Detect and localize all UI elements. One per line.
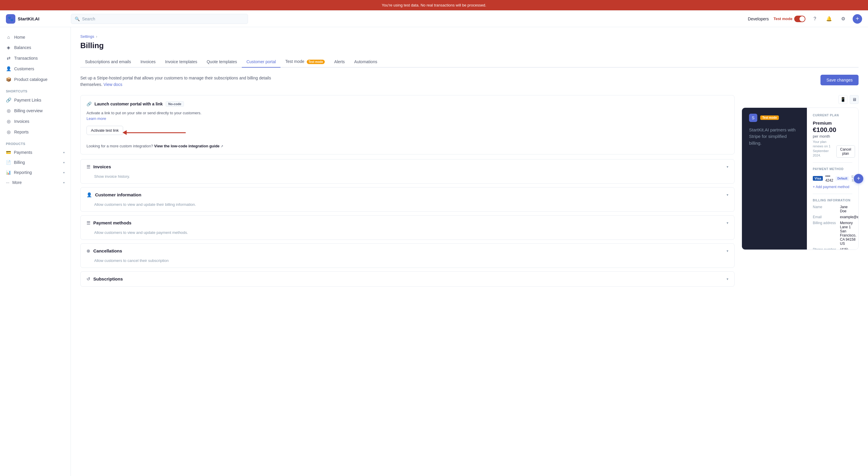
settings-button[interactable]: ⚙: [838, 14, 848, 24]
test-mode-toggle[interactable]: Test mode: [774, 16, 805, 22]
billing-value: (415) 000-0000: [840, 247, 852, 249]
subscriptions-icon: ↺: [87, 276, 90, 282]
test-mode-label: Test mode: [774, 17, 793, 21]
billing-field-address: Billing address Memory Lane 1San Francis…: [813, 221, 852, 246]
tab-invoices[interactable]: Invoices: [136, 56, 160, 68]
accordion-subscriptions: ↺ Subscriptions ▾: [80, 271, 735, 287]
portal-preview-header: S Test mode: [742, 108, 807, 127]
learn-more-link[interactable]: Learn more: [87, 116, 106, 121]
search-input[interactable]: 🔍 Search: [71, 14, 248, 24]
accordion-subscriptions-header[interactable]: ↺ Subscriptions ▾: [81, 272, 734, 287]
launch-card-header: 🔗 Launch customer portal with a link No-…: [87, 101, 728, 107]
sidebar-item-home[interactable]: ⌂ Home: [0, 32, 70, 42]
sidebar-item-billing-overview[interactable]: ◎ Billing overview: [0, 106, 70, 116]
low-code-link[interactable]: View the low-code integration guide: [154, 144, 220, 148]
left-panel: 🔗 Launch customer portal with a link No-…: [80, 95, 735, 290]
sidebar-item-label: Home: [14, 35, 25, 39]
accordion-invoices: ☰ Invoices ▾ Show invoice history.: [80, 159, 735, 184]
portal-preview-dark: S Test mode StartKit.AI partners withStr…: [742, 108, 807, 249]
portal-test-badge: Test mode: [760, 115, 779, 120]
search-container: 🔍 Search: [71, 14, 248, 24]
billing-field-phone: Phone number (415) 000-0000: [813, 247, 852, 249]
billing-value: Memory Lane 1San Francisco, CA 94158US: [840, 221, 856, 246]
balances-icon: ◈: [6, 45, 11, 50]
sidebar-item-reports[interactable]: ◎ Reports: [0, 127, 70, 137]
add-button[interactable]: +: [852, 14, 862, 24]
arrow-head: [123, 130, 127, 135]
accordion-cancellations: ⊗ Cancellations ▾ Allow customers to can…: [80, 243, 735, 268]
customers-icon: 👤: [6, 66, 11, 71]
view-docs-link[interactable]: View docs: [104, 82, 123, 87]
sidebar-item-label: Invoices: [14, 119, 29, 124]
breadcrumb-settings[interactable]: Settings: [80, 34, 94, 39]
app-logo[interactable]: 🐾 StartKit.AI: [6, 14, 71, 24]
shortcuts-section-label: Shortcuts: [0, 85, 70, 95]
accordion-payment-methods-desc: Allow customers to view and update payme…: [81, 230, 734, 239]
help-button[interactable]: ?: [810, 14, 819, 24]
preview-controls: 📱 🖥: [742, 95, 859, 104]
product-catalogue-icon: 📦: [6, 77, 11, 82]
sidebar-item-label: Customers: [14, 66, 34, 71]
developers-link[interactable]: Developers: [748, 17, 769, 21]
accordion-cancellations-header[interactable]: ⊗ Cancellations ▾: [81, 244, 734, 258]
chevron-down-icon: ▾: [63, 181, 65, 184]
payment-method-row: Visa •••• 4242 Default Expires 12/2027 ✕: [813, 174, 852, 182]
sidebar-item-label: Reporting: [14, 170, 32, 175]
activate-test-link-button[interactable]: Activate test link: [87, 126, 123, 135]
save-changes-button[interactable]: Save changes: [820, 75, 859, 85]
sidebar-item-customers[interactable]: 👤 Customers: [0, 63, 70, 74]
sidebar-item-balances[interactable]: ◈ Balances: [0, 42, 70, 53]
tab-alerts[interactable]: Alerts: [330, 56, 349, 68]
header: 🐾 StartKit.AI 🔍 Search Developers Test m…: [0, 11, 868, 27]
toggle-switch[interactable]: [794, 16, 805, 22]
invoices-accordion-icon: ☰: [87, 164, 90, 170]
sidebar-item-transactions[interactable]: ⇄ Transactions: [0, 53, 70, 63]
transactions-icon: ⇄: [6, 56, 11, 61]
sidebar-item-invoices[interactable]: ◎ Invoices: [0, 116, 70, 127]
tab-invoice-templates[interactable]: Invoice templates: [160, 56, 202, 68]
billing-overview-icon: ◎: [6, 108, 11, 113]
add-payment-link[interactable]: + Add payment method: [813, 185, 852, 189]
notifications-button[interactable]: 🔔: [824, 14, 834, 24]
sidebar-item-billing[interactable]: 📄 Billing ▾: [0, 157, 70, 168]
sidebar-item-payment-links[interactable]: 🔗 Payment Links: [0, 95, 70, 106]
divider: [813, 162, 852, 163]
payment-method-label: PAYMENT METHOD: [813, 168, 852, 171]
sidebar-item-payments[interactable]: 💳 Payments ▾: [0, 147, 70, 157]
tab-customer-portal[interactable]: Customer portal: [242, 56, 281, 68]
billing-info-label: BILLING INFORMATION: [813, 199, 852, 202]
sidebar-item-more[interactable]: ··· More ▾: [0, 177, 70, 187]
products-section-label: Products: [0, 137, 70, 147]
tab-quote-templates[interactable]: Quote templates: [202, 56, 242, 68]
tab-test-mode[interactable]: Test mode Test mode: [280, 56, 330, 68]
tab-subscriptions-emails[interactable]: Subscriptions and emails: [80, 56, 136, 68]
breadcrumb-separator: ›: [96, 34, 97, 39]
accordion-payment-methods: ☰ Payment methods ▾ Allow customers to v…: [80, 215, 735, 240]
mobile-preview-button[interactable]: 📱: [838, 95, 847, 104]
tabs: Subscriptions and emails Invoices Invoic…: [80, 56, 859, 68]
accordion-cancellations-title: Cancellations: [93, 248, 122, 254]
page-title: Billing: [80, 41, 859, 50]
accordion-invoices-header[interactable]: ☰ Invoices ▾: [81, 159, 734, 174]
billing-icon: 📄: [6, 160, 11, 165]
sidebar: ⌂ Home ◈ Balances ⇄ Transactions 👤 Custo…: [0, 27, 71, 476]
sidebar-item-reporting[interactable]: 📊 Reporting ▾: [0, 168, 70, 177]
desktop-preview-button[interactable]: 🖥: [850, 95, 859, 104]
chevron-down-icon: ▾: [726, 221, 728, 225]
accordion-customer-info-desc: Allow customers to view and update their…: [81, 202, 734, 211]
launch-card-title: Launch customer portal with a link: [94, 101, 163, 106]
content-header: Set up a Stripe-hosted portal that allow…: [80, 75, 859, 88]
sidebar-item-product-catalogue[interactable]: 📦 Product catalogue: [0, 74, 70, 85]
chevron-down-icon: ▾: [63, 161, 65, 164]
tab-automations[interactable]: Automations: [349, 56, 382, 68]
billing-field-email: Email example@example.com: [813, 215, 852, 219]
accordion-customer-info-header[interactable]: 👤 Customer information ▾: [81, 187, 734, 202]
launch-card-description: Activate a link to put on your site or s…: [87, 110, 728, 122]
accordion-payment-methods-header[interactable]: ☰ Payment methods ▾: [81, 215, 734, 230]
add-section-button[interactable]: +: [854, 174, 863, 183]
plan-row: Premium €100.00 per month Your plan rene…: [813, 120, 852, 158]
payment-methods-icon: ☰: [87, 220, 90, 226]
accordion-cancellations-desc: Allow customers to cancel their subscrip…: [81, 258, 734, 268]
cancel-plan-button[interactable]: Cancel plan: [836, 145, 855, 158]
accordion-customer-information: 👤 Customer information ▾ Allow customers…: [80, 187, 735, 212]
